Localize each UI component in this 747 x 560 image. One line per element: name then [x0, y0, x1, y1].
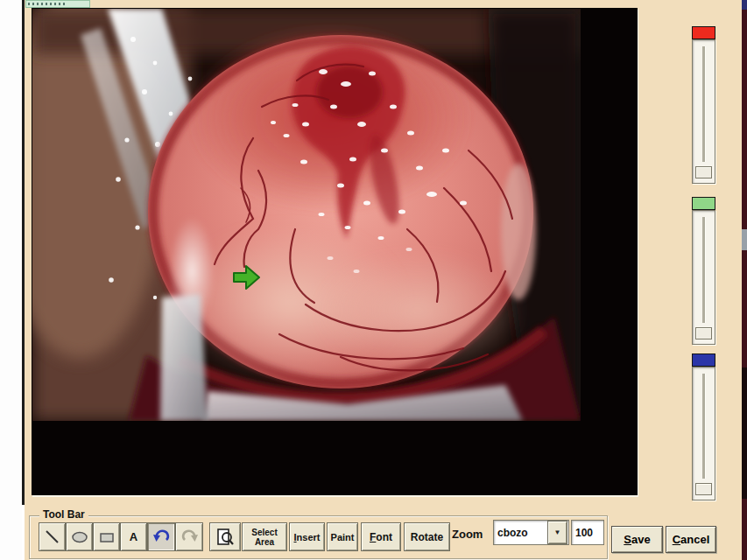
- rotate-button[interactable]: Rotate: [404, 522, 450, 551]
- dropdown-arrow-button[interactable]: ▼: [547, 521, 567, 544]
- blue-channel-slider: [692, 354, 715, 500]
- chevron-down-icon: ▼: [554, 528, 561, 536]
- right-edge-navy-fragment: [742, 0, 747, 10]
- text-icon: A: [130, 530, 137, 543]
- slider-groove: [702, 374, 706, 479]
- paint-label: Paint: [331, 532, 355, 542]
- red-slider-thumb[interactable]: [695, 166, 712, 178]
- text-tool-button[interactable]: A: [120, 522, 147, 551]
- rotate-label: Rotate: [411, 531, 443, 543]
- right-edge-gray-fragment: [742, 229, 747, 250]
- zoom-label: Zoom: [452, 528, 483, 541]
- redo-button[interactable]: [175, 522, 203, 551]
- red-channel-slider: [692, 26, 715, 184]
- red-swatch: [692, 26, 715, 39]
- ellipse-tool-button[interactable]: [66, 522, 93, 551]
- green-slider-thumb[interactable]: [695, 327, 712, 340]
- slider-groove: [702, 46, 706, 162]
- green-slider-track[interactable]: [692, 210, 715, 345]
- undo-icon: [152, 528, 171, 545]
- preview-button[interactable]: [209, 522, 241, 551]
- select-area-label: Select Area: [251, 528, 277, 547]
- select-area-button[interactable]: Select Area: [242, 522, 287, 551]
- screen-right-edge: [742, 0, 747, 560]
- cancel-label: Cancel: [673, 533, 710, 546]
- blue-swatch: [692, 354, 715, 367]
- zoom-value-input[interactable]: [571, 520, 604, 545]
- line-icon: [44, 528, 61, 546]
- colposcopy-capture-window: Tool Bar A Select Area: [0, 0, 747, 560]
- blue-slider-thumb[interactable]: [695, 483, 712, 495]
- rectangle-icon: [98, 530, 116, 544]
- blue-slider-track[interactable]: [692, 367, 715, 500]
- page-left-margin: [0, 0, 22, 560]
- insert-button[interactable]: Insert: [289, 522, 325, 551]
- red-slider-track[interactable]: [692, 39, 715, 184]
- redo-icon: [180, 528, 199, 545]
- toolbar-title: Tool Bar: [39, 508, 88, 521]
- window-title-fragment: [25, 0, 90, 8]
- save-button[interactable]: Save: [611, 526, 663, 553]
- zoom-mode-dropdown[interactable]: cbozo ▼: [493, 520, 569, 545]
- font-label: Font: [370, 531, 392, 543]
- save-label: Save: [624, 533, 650, 546]
- slider-groove: [702, 217, 706, 323]
- page-magnifier-icon: [215, 528, 235, 547]
- green-channel-slider: [692, 197, 715, 345]
- image-canvas[interactable]: [32, 8, 638, 495]
- font-button[interactable]: Font: [361, 522, 401, 551]
- paint-button[interactable]: Paint: [327, 522, 358, 551]
- green-swatch: [692, 197, 715, 210]
- rectangle-tool-button[interactable]: [93, 522, 120, 551]
- right-edge-dark-fragment: [742, 368, 747, 499]
- colposcopy-photo: [32, 9, 581, 421]
- undo-button[interactable]: [147, 522, 175, 551]
- cancel-button[interactable]: Cancel: [666, 526, 716, 553]
- line-tool-button[interactable]: [39, 522, 66, 551]
- insert-label: Insert: [294, 532, 321, 542]
- ellipse-icon: [71, 530, 88, 544]
- zoom-mode-value: cbozo: [494, 527, 547, 539]
